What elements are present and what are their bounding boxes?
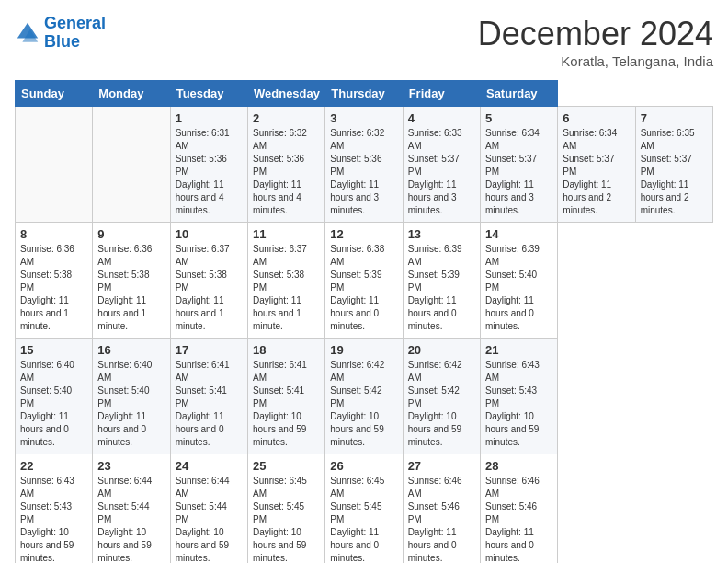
day-number: 9 — [97, 227, 165, 241]
calendar-cell: 23Sunrise: 6:44 AMSunset: 5:44 PMDayligh… — [93, 454, 170, 564]
day-details: Sunrise: 6:36 AMSunset: 5:38 PMDaylight:… — [97, 243, 165, 333]
month-title: December 2024 — [478, 15, 713, 53]
day-number: 17 — [176, 343, 243, 357]
days-header-row: SundayMondayTuesdayWednesdayThursdayFrid… — [16, 81, 713, 107]
day-number: 25 — [253, 459, 320, 473]
logo: General Blue — [15, 15, 106, 52]
day-number: 2 — [253, 111, 320, 125]
day-header-friday: Friday — [403, 81, 480, 107]
calendar-cell: 15Sunrise: 6:40 AMSunset: 5:40 PMDayligh… — [16, 339, 93, 454]
day-details: Sunrise: 6:41 AMSunset: 5:41 PMDaylight:… — [176, 359, 243, 449]
day-details: Sunrise: 6:34 AMSunset: 5:37 PMDaylight:… — [563, 127, 630, 217]
day-details: Sunrise: 6:39 AMSunset: 5:39 PMDaylight:… — [408, 243, 475, 333]
calendar-cell: 10Sunrise: 6:37 AMSunset: 5:38 PMDayligh… — [170, 223, 247, 339]
day-number: 26 — [330, 459, 397, 473]
calendar-cell: 12Sunrise: 6:38 AMSunset: 5:39 PMDayligh… — [325, 223, 403, 339]
day-header-saturday: Saturday — [480, 81, 557, 107]
day-number: 6 — [563, 111, 630, 125]
calendar-cell: 27Sunrise: 6:46 AMSunset: 5:46 PMDayligh… — [403, 454, 480, 564]
calendar-cell: 17Sunrise: 6:41 AMSunset: 5:41 PMDayligh… — [170, 339, 247, 454]
day-details: Sunrise: 6:39 AMSunset: 5:40 PMDaylight:… — [485, 243, 552, 333]
page-header: General Blue December 2024 Koratla, Tela… — [15, 15, 713, 69]
day-number: 10 — [176, 227, 243, 241]
empty-cell — [16, 107, 93, 223]
day-number: 28 — [485, 459, 552, 473]
logo-text: General Blue — [44, 15, 106, 52]
day-details: Sunrise: 6:40 AMSunset: 5:40 PMDaylight:… — [97, 359, 165, 449]
day-details: Sunrise: 6:35 AMSunset: 5:37 PMDaylight:… — [641, 127, 708, 217]
day-header-thursday: Thursday — [325, 81, 403, 107]
day-header-tuesday: Tuesday — [170, 81, 247, 107]
week-row-3: 15Sunrise: 6:40 AMSunset: 5:40 PMDayligh… — [16, 339, 713, 454]
calendar-cell: 22Sunrise: 6:43 AMSunset: 5:43 PMDayligh… — [16, 454, 93, 564]
calendar-cell: 18Sunrise: 6:41 AMSunset: 5:41 PMDayligh… — [247, 339, 324, 454]
calendar-cell: 5Sunrise: 6:34 AMSunset: 5:37 PMDaylight… — [480, 107, 557, 223]
calendar-cell: 13Sunrise: 6:39 AMSunset: 5:39 PMDayligh… — [403, 223, 480, 339]
day-details: Sunrise: 6:42 AMSunset: 5:42 PMDaylight:… — [408, 359, 475, 449]
day-number: 20 — [408, 343, 475, 357]
week-row-4: 22Sunrise: 6:43 AMSunset: 5:43 PMDayligh… — [16, 454, 713, 564]
logo-icon — [15, 20, 40, 46]
day-details: Sunrise: 6:33 AMSunset: 5:37 PMDaylight:… — [408, 127, 475, 217]
day-details: Sunrise: 6:37 AMSunset: 5:38 PMDaylight:… — [176, 243, 243, 333]
calendar-cell: 16Sunrise: 6:40 AMSunset: 5:40 PMDayligh… — [93, 339, 170, 454]
day-number: 16 — [97, 343, 165, 357]
calendar-cell: 20Sunrise: 6:42 AMSunset: 5:42 PMDayligh… — [403, 339, 480, 454]
day-details: Sunrise: 6:46 AMSunset: 5:46 PMDaylight:… — [408, 475, 475, 563]
day-number: 24 — [176, 459, 243, 473]
logo-blue: Blue — [44, 32, 80, 51]
day-number: 11 — [253, 227, 320, 241]
day-details: Sunrise: 6:40 AMSunset: 5:40 PMDaylight:… — [20, 359, 87, 449]
day-details: Sunrise: 6:46 AMSunset: 5:46 PMDaylight:… — [485, 475, 552, 563]
calendar-cell: 11Sunrise: 6:37 AMSunset: 5:38 PMDayligh… — [247, 223, 324, 339]
day-number: 23 — [97, 459, 165, 473]
day-number: 18 — [253, 343, 320, 357]
day-number: 27 — [408, 459, 475, 473]
day-details: Sunrise: 6:32 AMSunset: 5:36 PMDaylight:… — [253, 127, 320, 217]
day-details: Sunrise: 6:34 AMSunset: 5:37 PMDaylight:… — [485, 127, 552, 217]
day-number: 3 — [330, 111, 397, 125]
day-details: Sunrise: 6:43 AMSunset: 5:43 PMDaylight:… — [485, 359, 552, 449]
logo-general: General — [44, 14, 106, 32]
day-number: 12 — [330, 227, 397, 241]
day-header-wednesday: Wednesday — [247, 81, 324, 107]
calendar-cell: 21Sunrise: 6:43 AMSunset: 5:43 PMDayligh… — [480, 339, 557, 454]
calendar-cell: 6Sunrise: 6:34 AMSunset: 5:37 PMDaylight… — [558, 107, 635, 223]
day-number: 19 — [330, 343, 397, 357]
day-header-sunday: Sunday — [16, 81, 93, 107]
calendar-body: 1Sunrise: 6:31 AMSunset: 5:36 PMDaylight… — [16, 107, 713, 564]
day-header-monday: Monday — [93, 81, 170, 107]
day-number: 22 — [20, 459, 87, 473]
empty-cell — [93, 107, 170, 223]
day-number: 15 — [20, 343, 87, 357]
day-details: Sunrise: 6:32 AMSunset: 5:36 PMDaylight:… — [330, 127, 397, 217]
day-details: Sunrise: 6:44 AMSunset: 5:44 PMDaylight:… — [176, 475, 243, 563]
day-number: 8 — [20, 227, 87, 241]
calendar-cell: 4Sunrise: 6:33 AMSunset: 5:37 PMDaylight… — [403, 107, 480, 223]
day-details: Sunrise: 6:44 AMSunset: 5:44 PMDaylight:… — [97, 475, 165, 563]
calendar-cell: 8Sunrise: 6:36 AMSunset: 5:38 PMDaylight… — [16, 223, 93, 339]
day-details: Sunrise: 6:45 AMSunset: 5:45 PMDaylight:… — [330, 475, 397, 563]
day-number: 4 — [408, 111, 475, 125]
calendar-cell: 7Sunrise: 6:35 AMSunset: 5:37 PMDaylight… — [635, 107, 712, 223]
title-block: December 2024 Koratla, Telangana, India — [478, 15, 713, 69]
day-details: Sunrise: 6:41 AMSunset: 5:41 PMDaylight:… — [253, 359, 320, 449]
calendar-cell: 3Sunrise: 6:32 AMSunset: 5:36 PMDaylight… — [325, 107, 403, 223]
calendar-cell: 9Sunrise: 6:36 AMSunset: 5:38 PMDaylight… — [93, 223, 170, 339]
calendar-cell: 26Sunrise: 6:45 AMSunset: 5:45 PMDayligh… — [325, 454, 403, 564]
day-number: 13 — [408, 227, 475, 241]
day-details: Sunrise: 6:31 AMSunset: 5:36 PMDaylight:… — [176, 127, 243, 217]
week-row-2: 8Sunrise: 6:36 AMSunset: 5:38 PMDaylight… — [16, 223, 713, 339]
calendar-cell: 24Sunrise: 6:44 AMSunset: 5:44 PMDayligh… — [170, 454, 247, 564]
calendar-cell: 28Sunrise: 6:46 AMSunset: 5:46 PMDayligh… — [480, 454, 557, 564]
day-details: Sunrise: 6:42 AMSunset: 5:42 PMDaylight:… — [330, 359, 397, 449]
calendar-cell: 1Sunrise: 6:31 AMSunset: 5:36 PMDaylight… — [170, 107, 247, 223]
day-number: 1 — [176, 111, 243, 125]
calendar-cell: 25Sunrise: 6:45 AMSunset: 5:45 PMDayligh… — [247, 454, 324, 564]
day-details: Sunrise: 6:43 AMSunset: 5:43 PMDaylight:… — [20, 475, 87, 563]
day-details: Sunrise: 6:38 AMSunset: 5:39 PMDaylight:… — [330, 243, 397, 333]
calendar-cell: 2Sunrise: 6:32 AMSunset: 5:36 PMDaylight… — [247, 107, 324, 223]
day-details: Sunrise: 6:37 AMSunset: 5:38 PMDaylight:… — [253, 243, 320, 333]
calendar-cell: 19Sunrise: 6:42 AMSunset: 5:42 PMDayligh… — [325, 339, 403, 454]
calendar-table: SundayMondayTuesdayWednesdayThursdayFrid… — [15, 80, 713, 563]
